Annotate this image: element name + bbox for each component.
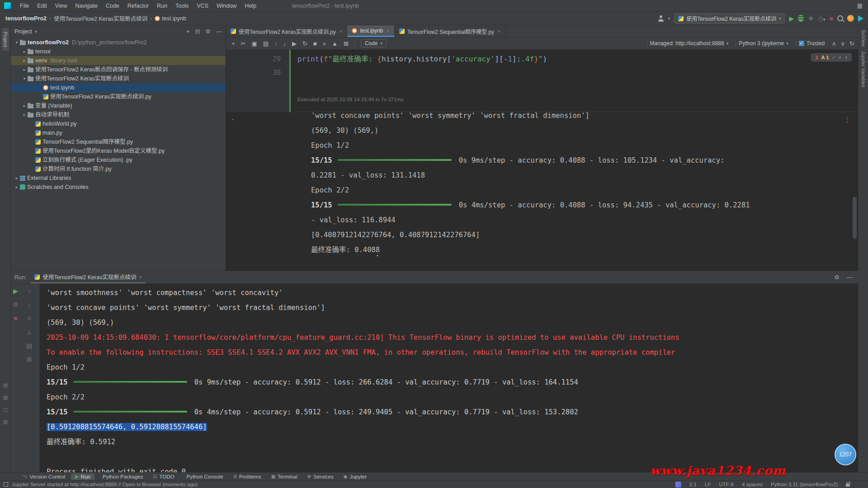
- print-output-icon[interactable]: ▤: [26, 342, 32, 349]
- add-cell-icon[interactable]: +: [231, 41, 235, 47]
- tree-row[interactable]: main.py: [11, 128, 226, 137]
- rerun-icon[interactable]: ▶: [13, 287, 18, 295]
- tree-arrow-icon[interactable]: ▸: [21, 47, 28, 56]
- user-account-icon[interactable]: [658, 15, 664, 22]
- right-tool-tab[interactable]: SciView: [861, 30, 866, 47]
- prev-occurrence-icon[interactable]: ↑: [28, 287, 31, 295]
- tree-row[interactable]: ▾ tensorflowPro2 D:\python_pro\tensorflo…: [11, 38, 226, 47]
- coverage-button[interactable]: ❖: [808, 15, 814, 22]
- debug-button[interactable]: [798, 15, 804, 22]
- tool-window-button[interactable]: ⌥ Version Control: [18, 474, 69, 480]
- run-all-cells-icon[interactable]: »: [323, 41, 326, 47]
- tree-row[interactable]: helloWorld.py: [11, 119, 226, 128]
- tree-row[interactable]: 计算时间 tf.function 简介.py: [11, 164, 226, 174]
- tree-arrow-icon[interactable]: ▸: [14, 174, 20, 183]
- line-separator[interactable]: LF: [705, 482, 711, 487]
- menu-item[interactable]: Refactor: [123, 1, 153, 10]
- menu-item[interactable]: VCS: [193, 1, 212, 10]
- copy-cell-icon[interactable]: ▣: [252, 41, 257, 47]
- tree-row[interactable]: ▸ 变量 (Variable): [11, 101, 226, 110]
- editor-tab[interactable]: test.ipynb ×: [347, 25, 395, 37]
- tree-row[interactable]: ▸ venv library root: [11, 56, 226, 65]
- menu-item[interactable]: Run: [153, 1, 171, 10]
- minimize-panel-icon[interactable]: —: [847, 274, 853, 281]
- tool-window-button[interactable]: ⚙ Services: [303, 474, 338, 480]
- tree-row[interactable]: ▸ 使用TensorFlow2 Keras断点回调保存 - 断点预测续训: [11, 65, 226, 74]
- project-view-caret-icon[interactable]: ▾: [35, 29, 37, 34]
- collapse-all-icon[interactable]: ⊟: [195, 28, 200, 35]
- tree-row[interactable]: TensorFlow2 Sequential顺序模型.py: [11, 137, 226, 146]
- panel-settings-icon[interactable]: ⚙: [205, 28, 211, 35]
- jupyter-server-select[interactable]: Managed: http://localhost:8888▾: [647, 40, 731, 47]
- tree-arrow-icon[interactable]: ▾: [14, 38, 20, 47]
- menu-item[interactable]: File: [16, 1, 33, 10]
- tree-row[interactable]: test.ipynb: [11, 83, 226, 92]
- tool-window-button[interactable]: ⊘ Problems: [229, 474, 265, 480]
- read-only-lock-icon[interactable]: [846, 483, 850, 487]
- hide-panel-icon[interactable]: —: [216, 28, 222, 35]
- tool-window-button[interactable]: ◉ Jupyter: [340, 474, 371, 480]
- delete-cell-icon[interactable]: ⊠: [344, 41, 349, 47]
- close-tab-icon[interactable]: ×: [387, 28, 390, 33]
- tree-row[interactable]: 使用TensorFlow2 Keras实现断点续训.py: [11, 92, 226, 101]
- tree-arrow-icon[interactable]: ▸: [21, 101, 28, 110]
- editor-tab[interactable]: TensorFlow2 Sequential顺序模型.py ×: [395, 25, 506, 37]
- soft-wrap-icon[interactable]: ≡: [28, 314, 31, 322]
- paste-cell-icon[interactable]: ▤: [263, 41, 269, 47]
- tree-row[interactable]: 使用TensorFlow2里的Keras Model自定义模型.py: [11, 146, 226, 155]
- status-message[interactable]: Jupyter Server started at http://localho…: [12, 482, 198, 487]
- editor-tab[interactable]: 使用TensorFlow2 Keras实现断点续训.py ×: [226, 25, 347, 37]
- menu-item[interactable]: Tools: [171, 1, 193, 10]
- move-cell-down-icon[interactable]: ↓: [283, 41, 287, 47]
- restart-kernel-icon[interactable]: ↻: [302, 41, 307, 47]
- profiler-button[interactable]: ◷▾: [818, 15, 826, 22]
- tree-row[interactable]: ▸ Scratches and Consoles: [11, 183, 226, 192]
- cell-type-select[interactable]: Code▾: [361, 39, 387, 47]
- right-tool-tab[interactable]: Jupyter Variables: [861, 51, 866, 87]
- clear-output-icon[interactable]: ⊠: [27, 356, 32, 363]
- close-console-icon[interactable]: ×: [139, 274, 142, 280]
- caret-position[interactable]: 2:1: [689, 482, 697, 487]
- tree-arrow-icon[interactable]: ▾: [21, 74, 28, 83]
- search-everywhere-icon[interactable]: [837, 15, 843, 21]
- next-problem-icon[interactable]: ∨: [844, 55, 848, 60]
- tool-window-button[interactable]: ▦ Terminal: [267, 474, 302, 480]
- user-dropdown-caret-icon[interactable]: ▾: [668, 16, 670, 21]
- run-console-tab[interactable]: 使用TensorFlow2 Keras实现断点续训 ×: [31, 271, 145, 283]
- menu-item[interactable]: Edit: [33, 1, 51, 10]
- notifications-icon[interactable]: [847, 15, 854, 22]
- prev-cell-icon[interactable]: ∧: [832, 41, 836, 47]
- notebook-cell[interactable]: 29 30 print(f"最终准确率: {history.history['a…: [226, 50, 858, 112]
- tool-window-button[interactable]: ☑ TODO: [149, 474, 178, 480]
- tool-window-button[interactable]: Python Packages: [96, 474, 147, 480]
- breadcrumb-file[interactable]: test.ipynb: [161, 15, 187, 22]
- close-tab-icon[interactable]: ×: [340, 28, 342, 34]
- scroll-to-end-icon[interactable]: ⤓: [28, 328, 31, 336]
- find-tool-icon[interactable]: ▥: [3, 419, 8, 425]
- close-tab-icon[interactable]: ×: [498, 28, 500, 34]
- prev-problem-icon[interactable]: ∧: [839, 55, 842, 60]
- move-cell-up-icon[interactable]: ↑: [274, 41, 278, 47]
- menu-item[interactable]: View: [51, 1, 71, 10]
- file-encoding[interactable]: UTF-8: [719, 482, 734, 487]
- tree-row[interactable]: ▸ External Libraries: [11, 174, 226, 183]
- stop-icon[interactable]: ■: [14, 314, 17, 322]
- locate-file-icon[interactable]: ⌖: [186, 28, 189, 35]
- next-occurrence-icon[interactable]: ↓: [28, 301, 31, 308]
- menu-item[interactable]: Window: [212, 1, 241, 10]
- tree-arrow-icon[interactable]: ▸: [21, 65, 28, 74]
- indent-size[interactable]: 4 spaces: [742, 482, 763, 487]
- inspections-widget[interactable]: 1 A 1 ✓ ∧ ∨: [811, 53, 852, 61]
- interrupt-kernel-icon[interactable]: ▲: [332, 41, 338, 47]
- stop-button[interactable]: ■: [830, 15, 833, 22]
- editor-scrollbar[interactable]: [853, 197, 857, 239]
- console-settings-icon[interactable]: ⚙: [834, 274, 840, 281]
- breadcrumb-project[interactable]: tensorflowPro2: [5, 15, 47, 22]
- menu-item[interactable]: Code: [102, 1, 123, 10]
- tree-row[interactable]: ▸ tensor: [11, 47, 226, 56]
- next-cell-icon[interactable]: ∨: [841, 41, 845, 47]
- tree-row[interactable]: ▾ 使用TensorFlow2 Keras实现断点续训: [11, 74, 226, 83]
- favorites-tool-icon[interactable]: ◫: [3, 407, 8, 413]
- structure-tool-icon[interactable]: ▤: [3, 382, 8, 388]
- refresh-server-icon[interactable]: ↻: [849, 41, 854, 47]
